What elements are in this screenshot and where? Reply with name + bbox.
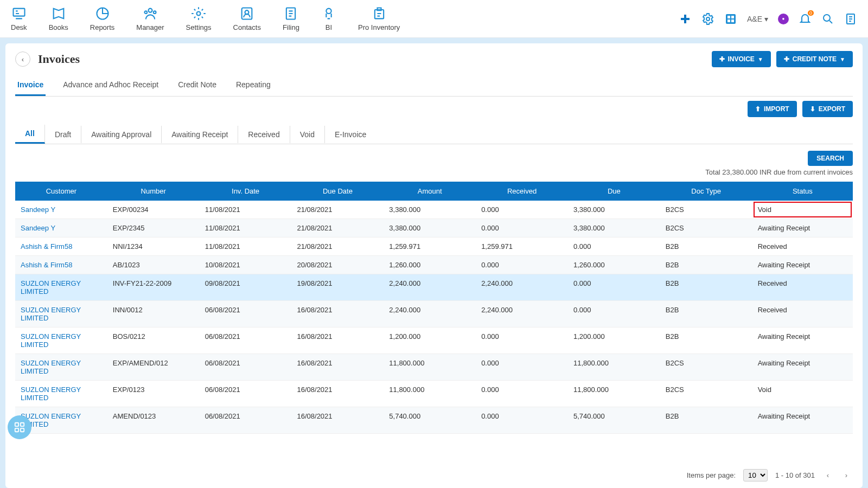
cell-customer: Sandeep Y (15, 201, 107, 219)
customer-link[interactable]: SUZLON ENERGY LIMITED (21, 306, 81, 322)
customer-link[interactable]: Sandeep Y (21, 224, 55, 232)
table-row[interactable]: SUZLON ENERGY LIMITEDINN/001206/08/20211… (15, 301, 853, 328)
cell-status: Awaiting Receipt (752, 407, 853, 434)
customer-link[interactable]: Sandeep Y (21, 206, 55, 214)
prev-page-button[interactable]: ‹ (822, 470, 833, 481)
svg-point-17 (824, 15, 830, 21)
filter-draft[interactable]: Draft (45, 126, 81, 143)
nav-proinv[interactable]: Pro Inventory (358, 6, 400, 31)
manager-icon (143, 6, 158, 21)
nav-contacts[interactable]: Contacts (233, 6, 261, 31)
filter-all[interactable]: All (15, 125, 45, 144)
col-status[interactable]: Status (752, 182, 853, 201)
table-row[interactable]: Ashish & Firm58AB/102310/08/202120/08/20… (15, 256, 853, 274)
customer-link[interactable]: Ashish & Firm58 (21, 261, 72, 269)
nav-right: A&E▾ ● 0 (679, 12, 857, 25)
new-invoice-button[interactable]: ✚INVOICE▼ (712, 51, 771, 67)
cell-duev: 1,260.000 (568, 256, 660, 274)
table-row[interactable]: Sandeep YEXP/0023411/08/202121/08/20213,… (15, 201, 853, 219)
nav-label: Books (49, 23, 68, 31)
org-switcher[interactable]: A&E▾ (747, 15, 768, 23)
notes-icon[interactable] (844, 12, 857, 25)
notif-count: 0 (808, 10, 814, 16)
notification-icon[interactable]: 0 (799, 12, 812, 25)
gear-icon[interactable] (701, 12, 714, 25)
cell-amount: 11,800.000 (384, 354, 476, 381)
cell-status: Awaiting Receipt (752, 256, 853, 274)
table-row[interactable]: Sandeep YEXP/234511/08/202121/08/20213,3… (15, 219, 853, 237)
nav-left: DeskBooksReportsManagerSettingsContactsF… (11, 6, 400, 31)
svg-rect-13 (727, 16, 730, 18)
cell-customer: Sandeep Y (15, 219, 107, 237)
nav-label: Pro Inventory (358, 23, 400, 31)
customer-link[interactable]: SUZLON ENERGY LIMITED (21, 279, 81, 296)
filter-e-invoice[interactable]: E-Invoice (325, 126, 376, 143)
cell-customer: Ashish & Firm58 (15, 237, 107, 256)
col-number[interactable]: Number (107, 182, 200, 201)
cell-doc: B2B (660, 237, 752, 256)
cell-status: Void (752, 201, 853, 219)
search-icon[interactable] (821, 12, 834, 25)
cell-amount: 1,200.000 (384, 328, 476, 354)
new-credit-note-button[interactable]: ✚CREDIT NOTE▼ (776, 51, 853, 67)
cell-duev: 11,800.000 (568, 354, 660, 381)
col-customer[interactable]: Customer (15, 182, 107, 201)
col-due[interactable]: Due (568, 182, 660, 201)
nav-desk[interactable]: Desk (11, 6, 27, 31)
filter-void[interactable]: Void (290, 126, 325, 143)
col-due-date[interactable]: Due Date (291, 182, 384, 201)
cell-amount: 2,240.000 (384, 274, 476, 301)
nav-books[interactable]: Books (49, 6, 68, 31)
table-row[interactable]: Ashish & Firm58NNI/123411/08/202121/08/2… (15, 237, 853, 256)
cell-doc: B2B (660, 407, 752, 434)
next-page-button[interactable]: › (841, 470, 852, 481)
nav-settings[interactable]: Settings (186, 6, 212, 31)
cell-number: EXP/AMEND/012 (107, 354, 200, 381)
nav-reports[interactable]: Reports (90, 6, 115, 31)
tab-invoice[interactable]: Invoice (15, 75, 46, 96)
customer-link[interactable]: Ashish & Firm58 (21, 242, 72, 251)
svg-rect-22 (21, 428, 24, 432)
customer-link[interactable]: SUZLON ENERGY LIMITED (21, 359, 81, 375)
apps-widget-button[interactable] (8, 415, 31, 439)
nav-filing[interactable]: Filing (283, 6, 299, 31)
export-button[interactable]: ⬇EXPORT (802, 101, 853, 117)
cell-amount: 5,740.000 (384, 407, 476, 434)
table-row[interactable]: SUZLON ENERGY LIMITEDEXP/012306/08/20211… (15, 381, 853, 407)
cell-due: 16/08/2021 (291, 328, 384, 354)
import-button[interactable]: ⬆IMPORT (748, 101, 797, 117)
col-inv-date[interactable]: Inv. Date (200, 182, 292, 201)
col-doc-type[interactable]: Doc Type (660, 182, 752, 201)
page-size-select[interactable]: 10 (743, 469, 768, 481)
brand-badge-icon[interactable]: ● (778, 14, 789, 24)
invoice-table: CustomerNumberInv. DateDue DateAmountRec… (15, 182, 853, 434)
table-row[interactable]: SUZLON ENERGY LIMITEDBOS/021206/08/20211… (15, 328, 853, 354)
tab-advance-and-adhoc-receipt[interactable]: Advance and Adhoc Receipt (61, 75, 161, 96)
filter-awaiting-approval[interactable]: Awaiting Approval (81, 126, 162, 143)
cell-duev: 5,740.000 (568, 407, 660, 434)
table-row[interactable]: SUZLON ENERGY LIMITEDAMEND/012306/08/202… (15, 407, 853, 434)
cell-inv: 06/08/2021 (200, 354, 292, 381)
table-row[interactable]: SUZLON ENERGY LIMITEDEXP/AMEND/01206/08/… (15, 354, 853, 381)
tab-credit-note[interactable]: Credit Note (176, 75, 219, 96)
nav-manager[interactable]: Manager (136, 6, 164, 31)
calculator-icon[interactable] (724, 12, 737, 25)
cell-customer: SUZLON ENERGY LIMITED (15, 381, 107, 407)
cell-number: EXP/00234 (107, 201, 200, 219)
cell-due: 21/08/2021 (291, 219, 384, 237)
cell-customer: SUZLON ENERGY LIMITED (15, 301, 107, 328)
col-amount[interactable]: Amount (384, 182, 476, 201)
add-icon[interactable] (679, 12, 692, 25)
tab-repeating[interactable]: Repeating (234, 75, 273, 96)
filter-awaiting-receipt[interactable]: Awaiting Receipt (162, 126, 238, 143)
cell-received: 0.000 (476, 354, 568, 381)
search-button[interactable]: SEARCH (808, 151, 853, 166)
chevron-down-icon: ▼ (758, 56, 763, 62)
customer-link[interactable]: SUZLON ENERGY LIMITED (21, 332, 81, 349)
filter-received[interactable]: Received (238, 126, 290, 143)
nav-bi[interactable]: BI (321, 6, 336, 31)
customer-link[interactable]: SUZLON ENERGY LIMITED (21, 386, 81, 402)
col-received[interactable]: Received (476, 182, 568, 201)
table-row[interactable]: SUZLON ENERGY LIMITEDINV-FY21-22-200909/… (15, 274, 853, 301)
back-button[interactable]: ‹ (15, 52, 30, 67)
